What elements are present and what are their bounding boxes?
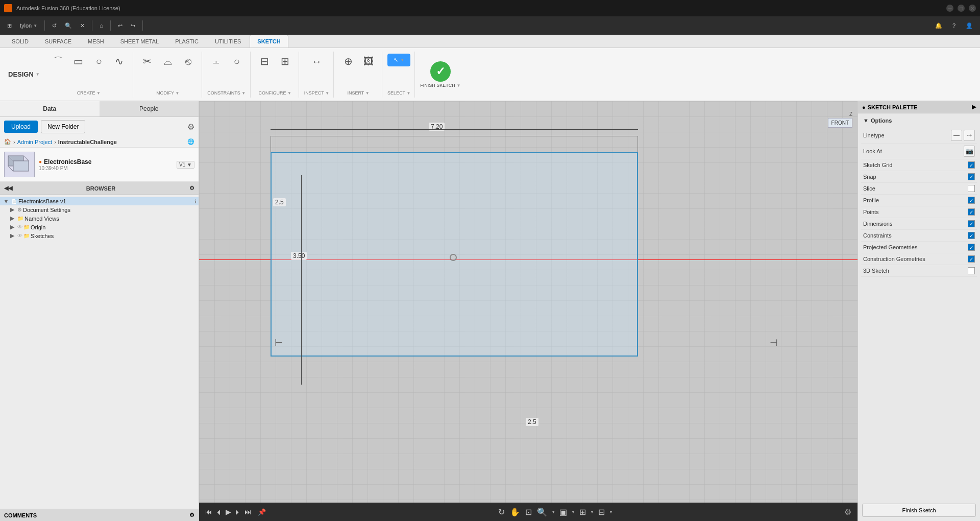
zoom-dropdown-arrow[interactable]: ▼	[551, 510, 555, 514]
trim-button[interactable]: ✂	[138, 54, 157, 69]
sketch-grid-checkbox[interactable]: ✓	[968, 161, 975, 169]
minimize-button[interactable]: ─	[946, 5, 953, 12]
linetype-solid-button[interactable]: —	[951, 130, 962, 141]
dimensions-checkbox[interactable]: ✓	[968, 220, 975, 227]
tab-sketch[interactable]: SKETCH	[250, 35, 288, 48]
create-arc-button[interactable]: ⌒	[49, 54, 67, 69]
origin-expand-icon[interactable]: ▶	[8, 224, 16, 230]
tab-sheet-metal[interactable]: SHEET METAL	[113, 35, 166, 48]
grid-icon[interactable]: ⊞	[579, 507, 586, 517]
constraints-checkbox[interactable]: ✓	[968, 232, 975, 239]
options-title[interactable]: ▼ Options	[861, 116, 977, 125]
zoom-extents-icon[interactable]: ⊡	[525, 507, 532, 517]
refresh-button[interactable]: ↺	[49, 21, 60, 30]
timeline-play-button[interactable]: ▶	[226, 508, 231, 516]
select-button[interactable]: ↖ ▼	[387, 54, 410, 66]
help-button[interactable]: ?	[949, 21, 959, 30]
search-button[interactable]: 🔍	[62, 21, 75, 30]
orbit-icon[interactable]: ↻	[498, 507, 505, 517]
view-layout-dropdown-arrow[interactable]: ▼	[609, 510, 613, 514]
configure1-icon: ⊟	[260, 55, 269, 67]
configure2-button[interactable]: ⊞	[276, 54, 295, 69]
tree-origin[interactable]: ▶ 👁 📁 Origin	[0, 223, 199, 231]
pan-icon[interactable]: ✋	[510, 507, 520, 517]
sketches-expand-icon[interactable]: ▶	[8, 232, 16, 239]
new-folder-button[interactable]: New Folder	[41, 120, 85, 133]
tree-sketches[interactable]: ▶ 👁 📁 Sketches	[0, 231, 199, 240]
tab-utilities[interactable]: UTILITIES	[207, 35, 249, 48]
timeline-forward-button[interactable]: ⏵	[234, 508, 241, 516]
root-expand-icon[interactable]: ▼	[2, 198, 10, 204]
tab-plastic[interactable]: PLASTIC	[167, 35, 206, 48]
undo-button[interactable]: ↩	[115, 21, 126, 30]
tree-document-settings[interactable]: ▶ ⚙ Document Settings	[0, 205, 199, 214]
zoom-icon[interactable]: 🔍	[537, 507, 547, 517]
tab-data[interactable]: Data	[0, 101, 100, 116]
display-mode-icon[interactable]: ▣	[559, 507, 567, 517]
look-at-button[interactable]: 📷	[964, 146, 975, 157]
close-toolbar-button[interactable]: ✕	[77, 21, 88, 30]
user-avatar[interactable]: 👤	[963, 21, 976, 30]
finish-sketch-palette-button[interactable]: Finish Sketch	[862, 504, 976, 517]
breadcrumb-home-icon[interactable]: 🏠	[4, 138, 11, 145]
construction-geometries-checkbox[interactable]: ✓	[968, 255, 975, 263]
create-rect-button[interactable]: ▭	[69, 54, 88, 69]
design-dropdown-button[interactable]: DESIGN ▼	[4, 68, 44, 80]
constraint1-button[interactable]: ⫠	[207, 54, 226, 69]
canvas-settings-icon[interactable]: ⚙	[844, 507, 851, 517]
linetype-dashed-button[interactable]: ⤏	[964, 130, 975, 141]
slice-checkbox[interactable]	[968, 185, 975, 192]
upload-button[interactable]: Upload	[4, 121, 38, 133]
settings-gear-icon[interactable]: ⚙	[187, 122, 194, 132]
tab-solid[interactable]: SOLID	[4, 35, 36, 48]
tree-named-views[interactable]: ▶ 📁 Named Views	[0, 214, 199, 223]
doc-settings-expand-icon[interactable]: ▶	[8, 206, 16, 213]
notifications-button[interactable]: 🔔	[932, 21, 945, 30]
timeline-end-button[interactable]: ⏭	[244, 508, 252, 516]
named-views-expand-icon[interactable]: ▶	[8, 215, 16, 222]
close-button[interactable]: ✕	[969, 5, 976, 12]
comments-settings-icon[interactable]: ⚙	[189, 512, 194, 518]
timeline-back-button[interactable]: ⏴	[215, 508, 223, 516]
tab-surface[interactable]: SURFACE	[37, 35, 79, 48]
palette-expand-icon[interactable]: ▶	[972, 104, 976, 110]
tree-root[interactable]: ▼ 📄 ElectronicsBase v1 ℹ	[0, 197, 199, 205]
constraint2-button[interactable]: ○	[228, 54, 246, 69]
browser-collapse-icon[interactable]: ◀◀	[4, 185, 12, 192]
projected-geometries-checkbox[interactable]: ✓	[968, 244, 975, 251]
create-circle-button[interactable]: ○	[90, 54, 108, 69]
breadcrumb-admin[interactable]: Admin Project	[17, 139, 52, 145]
view-layout-icon[interactable]: ⊟	[598, 507, 605, 517]
options-chevron-icon: ▼	[863, 117, 869, 124]
snap-checkbox[interactable]: ✓	[968, 173, 975, 180]
app-grid-button[interactable]: ⊞	[4, 21, 15, 30]
redo-button[interactable]: ↪	[128, 21, 138, 30]
profile-label: Profile	[863, 197, 968, 203]
grid-dropdown-arrow[interactable]: ▼	[590, 510, 594, 514]
inspect1-icon: ↔	[311, 55, 322, 67]
points-checkbox[interactable]: ✓	[968, 208, 975, 216]
create-spline-button[interactable]: ∿	[110, 54, 129, 69]
3d-sketch-checkbox[interactable]	[968, 267, 975, 274]
workspace-selector[interactable]: tylon ▼	[17, 21, 40, 30]
home-button[interactable]: ⌂	[96, 21, 106, 30]
offset-button[interactable]: ⎋	[179, 54, 198, 69]
view-cube-front[interactable]: FRONT	[828, 118, 852, 128]
browser-settings-icon[interactable]: ⚙	[189, 185, 194, 192]
insert1-button[interactable]: ⊕	[339, 54, 357, 69]
canvas-area[interactable]: 7.20 3.50 2.5 2.5 ⊢ ⊣ Z FRONT ⏮ ⏴ ▶ ⏵ ⏭	[199, 101, 857, 521]
maximize-button[interactable]: □	[958, 5, 965, 12]
timeline-start-button[interactable]: ⏮	[205, 508, 212, 516]
finish-sketch-ribbon-button[interactable]: ✓ FINISH SKETCH ▼	[416, 59, 464, 90]
tab-mesh[interactable]: MESH	[80, 35, 112, 48]
configure1-button[interactable]: ⊟	[256, 54, 274, 69]
fillet-button[interactable]: ⌓	[159, 54, 177, 69]
version-badge[interactable]: V1 ▼	[177, 161, 194, 169]
inspect1-button[interactable]: ↔	[307, 54, 326, 69]
display-dropdown-arrow[interactable]: ▼	[571, 510, 575, 514]
view-cube[interactable]: Z FRONT	[817, 111, 852, 147]
tab-people[interactable]: People	[100, 101, 199, 116]
breadcrumb-globe-icon[interactable]: 🌐	[187, 138, 194, 145]
insert2-button[interactable]: 🖼	[359, 54, 378, 69]
profile-checkbox[interactable]: ✓	[968, 197, 975, 204]
